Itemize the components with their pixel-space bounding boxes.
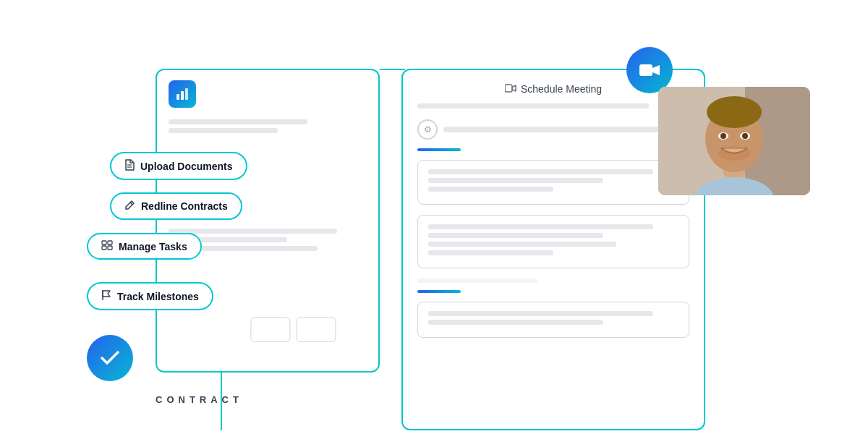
svg-rect-2 — [185, 88, 188, 100]
card-line — [428, 250, 553, 255]
svg-rect-0 — [176, 94, 179, 100]
tasks-icon — [101, 240, 113, 252]
flag-icon — [101, 289, 111, 303]
manage-tasks-label: Manage Tasks — [119, 241, 187, 252]
svg-rect-12 — [639, 64, 652, 76]
svg-point-22 — [720, 133, 726, 139]
track-milestones-button[interactable]: Track Milestones — [87, 282, 213, 310]
svg-line-6 — [130, 203, 132, 205]
scene: Schedule Meeting ⚙ — [0, 0, 868, 434]
mini-box-2 — [296, 317, 336, 342]
right-card-3 — [417, 302, 689, 338]
mini-box-1 — [250, 317, 290, 342]
svg-rect-8 — [108, 241, 112, 244]
redline-contracts-label: Redline Contracts — [141, 200, 228, 212]
upload-documents-button[interactable]: Upload Documents — [110, 152, 247, 180]
card-line — [428, 320, 603, 325]
blue-accent-line — [417, 148, 461, 151]
person-avatar — [658, 87, 810, 195]
svg-rect-10 — [108, 246, 112, 250]
line-after-gear — [443, 127, 689, 132]
right-card-1 — [417, 160, 689, 205]
redline-contracts-button[interactable]: Redline Contracts — [110, 192, 242, 220]
card-line — [428, 169, 653, 174]
card-line — [428, 178, 603, 183]
schedule-meeting-button[interactable]: Schedule Meeting — [505, 83, 602, 95]
left-window — [156, 69, 380, 373]
svg-rect-3 — [505, 85, 512, 92]
svg-rect-1 — [181, 91, 184, 100]
card-1-lines — [428, 169, 678, 192]
schedule-meeting-label: Schedule Meeting — [521, 83, 602, 95]
card-2-lines — [428, 224, 678, 255]
card-line — [428, 187, 553, 192]
manage-tasks-button[interactable]: Manage Tasks — [87, 233, 202, 260]
svg-point-19 — [707, 96, 762, 128]
upload-documents-label: Upload Documents — [140, 161, 233, 172]
card-line — [428, 233, 603, 238]
separator-line — [417, 278, 537, 283]
svg-rect-7 — [102, 241, 106, 244]
check-circle — [87, 335, 133, 381]
card-line — [428, 224, 653, 229]
edit-icon — [124, 200, 135, 213]
track-milestones-label: Track Milestones — [117, 291, 199, 302]
video-icon-small — [505, 84, 516, 95]
svg-point-24 — [718, 146, 750, 161]
card-line — [428, 242, 616, 247]
person-background — [658, 87, 810, 195]
left-window-lines — [157, 115, 378, 137]
connector-line-h-top — [380, 69, 405, 70]
svg-point-23 — [742, 133, 748, 139]
blue-accent-line-2 — [417, 290, 461, 293]
svg-rect-9 — [102, 246, 106, 250]
card-3-lines — [428, 311, 678, 325]
right-card-2 — [417, 215, 689, 268]
top-line-1 — [417, 103, 649, 109]
contract-label: CONTRACT — [156, 394, 243, 405]
gear-icon: ⚙ — [417, 119, 438, 140]
content-line — [169, 119, 307, 124]
app-icon — [169, 80, 196, 108]
content-line — [169, 229, 337, 234]
content-line — [169, 128, 278, 133]
mini-boxes — [250, 317, 336, 342]
left-window-header — [157, 70, 378, 115]
card-line — [428, 311, 653, 316]
document-icon — [124, 159, 135, 173]
